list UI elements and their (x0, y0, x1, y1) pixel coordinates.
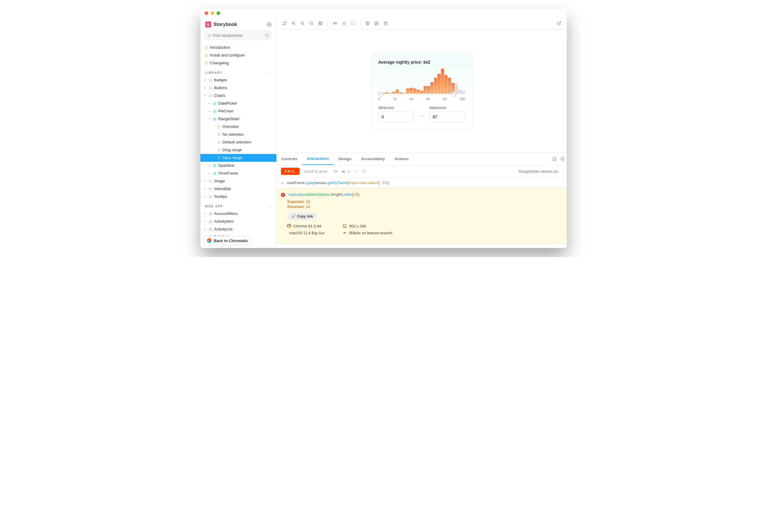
fail-badge: FAIL (281, 168, 300, 175)
sidebar-item[interactable]: Default selection (201, 138, 277, 146)
caret-icon: ▸ (205, 186, 207, 192)
caret-icon: ▸ (209, 108, 211, 114)
histogram-bar (403, 93, 406, 94)
sidebar-item[interactable]: Overview (201, 123, 277, 131)
scroll-to-error-button[interactable]: Scroll to error (304, 169, 327, 174)
sidebar-item[interactable]: ▾Charts (201, 92, 277, 100)
svg-point-0 (269, 24, 270, 25)
accessibility-button[interactable] (364, 20, 371, 27)
zoom-out-button[interactable] (299, 20, 306, 27)
image-button[interactable] (373, 20, 380, 27)
tick-label: 20 (393, 97, 397, 101)
search-input[interactable] (213, 33, 263, 38)
sidebar-item[interactable]: ▸ActivityItem (201, 218, 277, 225)
open-external-button[interactable] (555, 20, 563, 27)
log-code: expect(availableOptions.length).toBe(15)… (288, 192, 360, 197)
step-back-button[interactable]: ◀ (341, 169, 345, 174)
zoom-reset-button[interactable] (308, 20, 315, 27)
fast-forward-button[interactable]: ⏭ (354, 169, 359, 174)
viewport-button[interactable] (317, 20, 324, 27)
addons-panel: ControlsInteractionsDesignAccessibilityA… (277, 152, 567, 248)
sidebar-doc-item[interactable]: Changelog (201, 59, 277, 67)
sidebar-item[interactable]: ▸Sparkline (201, 162, 277, 169)
histogram-bar (399, 92, 402, 94)
svg-rect-34 (343, 224, 346, 227)
rerun-button[interactable]: ↻ (362, 169, 366, 174)
sidebar-doc-item[interactable]: Introduction (201, 44, 277, 51)
sidebar-item[interactable]: ▸Image (201, 177, 277, 185)
sidebar-item[interactable]: ▸Badges (201, 76, 277, 84)
sidebar-item-label: ActivityItem (214, 218, 234, 224)
svg-point-1 (208, 34, 210, 36)
measure-button[interactable] (331, 20, 339, 27)
addon-tab[interactable]: Interactions (302, 153, 334, 165)
panel-orientation-button[interactable] (550, 157, 558, 161)
sidebar-item[interactable]: Input range (201, 154, 277, 162)
histogram-bar (413, 88, 416, 94)
expected-value: Expected: 15 (288, 199, 563, 204)
component-icon (213, 117, 217, 121)
story-icon (217, 133, 221, 136)
sidebar-item-label: ActivityList (214, 226, 233, 232)
story-icon (217, 156, 221, 160)
sidebar-item[interactable]: ▸Interstitial (201, 185, 277, 193)
error-icon: ✕ (281, 193, 285, 197)
histogram-bar (427, 86, 430, 94)
back-to-chromatic-button[interactable]: Back to Chromatic (204, 236, 252, 245)
sidebar-item-label: Interstitial (214, 186, 231, 192)
app-logo: S Storybook (205, 22, 237, 27)
sidebar-item[interactable]: No selection (201, 131, 277, 138)
sync-button[interactable] (281, 20, 288, 27)
sidebar-item[interactable]: Drag range (201, 146, 277, 154)
sidebar-item[interactable]: ▸Buttons (201, 84, 277, 92)
os-version: macOS 11.4 Big Sur (289, 231, 325, 235)
component-icon (209, 227, 213, 231)
zoom-in-button[interactable] (290, 20, 297, 27)
sidebar-item-label: TimeFrame (219, 170, 238, 176)
sidebar-item-label: Image (214, 178, 225, 184)
rewind-button[interactable]: ⏮ (333, 169, 338, 174)
settings-button[interactable] (267, 22, 272, 27)
copy-link-button[interactable]: Copy link (288, 213, 317, 220)
window-zoom-button[interactable] (217, 11, 220, 15)
sidebar-item[interactable]: ▸ActivityList (201, 225, 277, 233)
chrome-icon (287, 224, 291, 228)
received-value: Received: 14 (288, 204, 563, 209)
svg-point-13 (310, 22, 312, 24)
step-forward-button[interactable]: ▶ (348, 169, 351, 174)
outline-button[interactable] (349, 20, 357, 27)
sidebar-section-header[interactable]: WEB APP⌄ (201, 201, 277, 210)
addon-tab[interactable]: Actions (389, 153, 413, 165)
sidebar-item[interactable]: ▸Tooltips (201, 193, 277, 201)
addon-tab[interactable]: Design (334, 153, 356, 165)
svg-point-18 (344, 22, 344, 22)
histogram-bar (410, 88, 413, 94)
range-slider-card: Average nightly price: $42 020406080100 … (371, 53, 473, 129)
zoom-in-icon (291, 21, 296, 25)
sidebar-item[interactable]: ▸PieChart (201, 107, 277, 115)
min-input[interactable] (378, 112, 414, 122)
slider-handle-min[interactable] (378, 92, 383, 97)
grid-button[interactable] (340, 20, 348, 27)
window-close-button[interactable] (205, 11, 208, 15)
histogram-bar (434, 78, 437, 94)
sidebar-doc-item[interactable]: Install and configure (201, 51, 277, 59)
sidebar-item[interactable]: ▸DatePicker (201, 100, 277, 107)
sidebar-section-header[interactable]: LIBRARY⌄ (201, 67, 277, 76)
svg-point-25 (345, 24, 345, 25)
back-to-chromatic-label: Back to Chromatic (214, 239, 248, 243)
addon-tab[interactable]: Controls (277, 153, 302, 165)
sidebar-item[interactable]: ▸AccountMenu (201, 210, 277, 218)
panel-close-button[interactable] (558, 157, 567, 161)
search-input-wrapper[interactable]: / (204, 30, 273, 40)
window-minimize-button[interactable] (211, 11, 214, 15)
sidebar-item[interactable]: ▸TimeFrame (201, 169, 277, 177)
sidebar-item[interactable]: ▾RangeSlider (201, 115, 277, 123)
addon-tab[interactable]: Accessibility (356, 153, 390, 165)
max-label: Maximum (430, 106, 465, 110)
max-input[interactable] (430, 112, 465, 122)
slider-handle-max[interactable] (451, 92, 456, 97)
histogram-bar (437, 74, 441, 94)
docs-button[interactable] (382, 20, 389, 27)
log-entry-fail: ✕ expect(availableOptions.length).toBe(1… (277, 188, 567, 244)
